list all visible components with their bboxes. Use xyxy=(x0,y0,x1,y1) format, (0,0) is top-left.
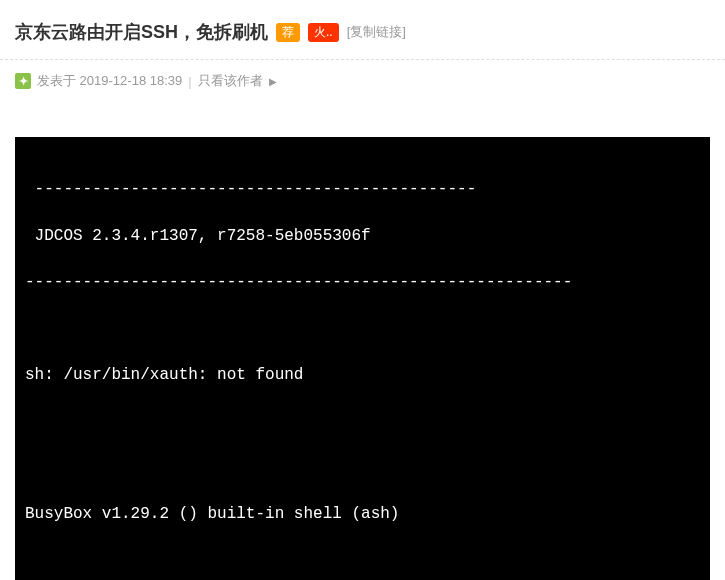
divider: | xyxy=(188,74,191,89)
badge-recommend: 荐 xyxy=(276,23,300,42)
arrow-icon: ▶ xyxy=(269,76,277,87)
author-only-link[interactable]: 只看该作者 xyxy=(198,72,263,90)
terminal-line: JDCOS 2.3.4.r1307, r7258-5eb055306f xyxy=(25,225,700,248)
badge-hot: 火.. xyxy=(308,23,339,42)
terminal-line xyxy=(25,549,700,572)
copy-link[interactable]: [复制链接] xyxy=(347,23,406,41)
meta-row: ✦ 发表于 2019-12-18 18:39 | 只看该作者 ▶ xyxy=(0,60,725,102)
title-row: 京东云路由开启SSH，免拆刷机 荐 火.. [复制链接] xyxy=(15,20,710,44)
post-title: 京东云路由开启SSH，免拆刷机 xyxy=(15,20,268,44)
terminal-line xyxy=(25,456,700,479)
terminal-line xyxy=(25,410,700,433)
post-header: 京东云路由开启SSH，免拆刷机 荐 火.. [复制链接] xyxy=(0,0,725,60)
terminal-line xyxy=(25,317,700,340)
posted-time: 发表于 2019-12-18 18:39 xyxy=(37,72,182,90)
terminal-output: ----------------------------------------… xyxy=(15,137,710,580)
terminal-line: ----------------------------------------… xyxy=(25,271,700,294)
terminal-line: sh: /usr/bin/xauth: not found xyxy=(25,364,700,387)
post-content: ----------------------------------------… xyxy=(0,102,725,580)
terminal-line: BusyBox v1.29.2 () built-in shell (ash) xyxy=(25,503,700,526)
terminal-line: ----------------------------------------… xyxy=(25,178,700,201)
post-icon: ✦ xyxy=(15,73,31,89)
